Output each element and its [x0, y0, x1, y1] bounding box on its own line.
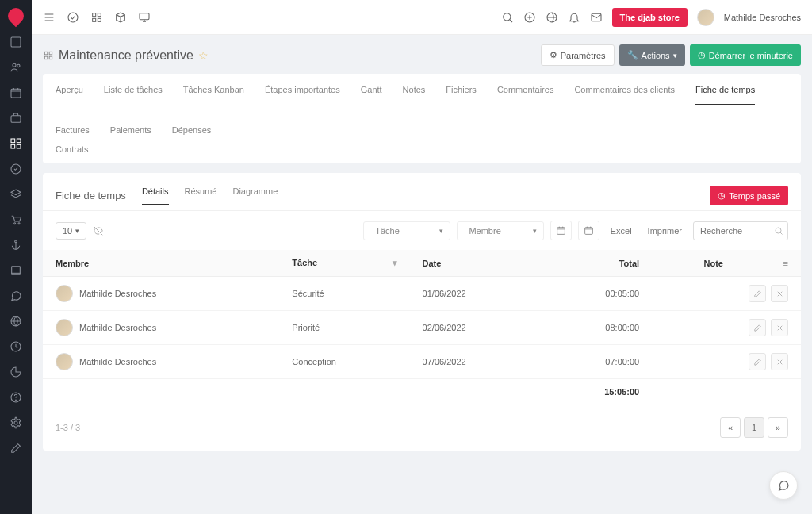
add-icon[interactable] — [523, 11, 536, 24]
pager-current[interactable]: 1 — [744, 417, 764, 438]
delete-row-button[interactable] — [771, 319, 788, 336]
time-spent-button[interactable]: ◷ Temps passé — [710, 186, 788, 205]
tab-overview[interactable]: Aperçu — [56, 85, 83, 105]
page-title: Maintenance préventive — [59, 48, 193, 63]
tab-comments[interactable]: Commentaires — [497, 85, 554, 105]
member-filter-label: - Membre - — [464, 226, 507, 236]
task-filter-label: - Tâche - — [370, 226, 405, 236]
start-timer-label: Démarrer le minuterie — [709, 51, 793, 60]
nav-team-icon[interactable] — [9, 60, 23, 75]
delete-row-button[interactable] — [771, 353, 788, 370]
table-row: Mathilde Desroches Priorité 02/06/2022 0… — [43, 311, 801, 345]
col-note[interactable]: Note — [652, 250, 736, 277]
check-circle-icon[interactable] — [67, 11, 79, 24]
tab-files[interactable]: Fichiers — [446, 85, 477, 105]
svg-point-1 — [13, 63, 16, 67]
page-size-value: 10 — [63, 226, 72, 236]
bell-icon[interactable] — [568, 11, 580, 24]
tab-payments[interactable]: Paiements — [110, 125, 151, 144]
tab-client-comments[interactable]: Commentaires des clients — [574, 85, 675, 105]
pager-next[interactable]: » — [768, 417, 788, 438]
edit-row-button[interactable] — [749, 353, 766, 370]
col-options-icon[interactable]: ≡ — [736, 250, 801, 277]
tab-contracts[interactable]: Contrats — [56, 144, 89, 163]
tab-kanban[interactable]: Tâches Kanban — [183, 85, 244, 105]
monitor-icon[interactable] — [138, 11, 151, 24]
nav-anchor-icon[interactable] — [9, 238, 23, 252]
pager-prev[interactable]: « — [720, 417, 741, 438]
nav-cart-icon[interactable] — [9, 213, 23, 227]
col-task-label: Tâche — [292, 258, 317, 267]
search-icon[interactable] — [501, 11, 514, 24]
chevron-down-icon: ▾ — [75, 227, 79, 235]
grid-icon[interactable] — [90, 11, 103, 24]
subtab-summary[interactable]: Résumé — [185, 186, 217, 205]
sub-tabs: Détails Résumé Diagramme — [142, 186, 278, 205]
svg-rect-0 — [11, 37, 21, 47]
tab-task-list[interactable]: Liste de tâches — [104, 85, 163, 105]
tab-gantt[interactable]: Gantt — [361, 85, 382, 105]
section-title: Fiche de temps — [56, 190, 126, 201]
nav-dashboard-icon[interactable] — [9, 35, 23, 49]
nav-layers-icon[interactable] — [9, 187, 23, 201]
tab-expenses[interactable]: Dépenses — [172, 125, 212, 144]
timesheet-card: Fiche de temps Détails Résumé Diagramme … — [43, 173, 801, 451]
language-icon[interactable] — [546, 11, 558, 24]
page-size-select[interactable]: 10▾ — [56, 222, 86, 240]
col-task[interactable]: Tâche ▾ — [279, 250, 409, 277]
nav-reports-icon[interactable] — [9, 365, 23, 379]
visibility-toggle-icon[interactable] — [93, 225, 104, 236]
svg-rect-31 — [44, 56, 48, 59]
col-date[interactable]: Date — [410, 250, 539, 277]
hamburger-icon[interactable] — [43, 11, 56, 24]
user-avatar[interactable] — [697, 9, 714, 26]
date-start-picker[interactable] — [550, 221, 572, 240]
col-member[interactable]: Membre — [43, 250, 279, 277]
svg-point-10 — [14, 223, 16, 224]
nav-book-icon[interactable] — [9, 263, 23, 278]
nav-globe-icon[interactable] — [9, 314, 23, 328]
svg-rect-33 — [557, 228, 565, 235]
subtab-details[interactable]: Détails — [142, 186, 169, 205]
member-filter-select[interactable]: - Membre -▾ — [457, 221, 544, 240]
date-end-picker[interactable] — [578, 221, 599, 240]
params-button[interactable]: ⚙ Paramètres — [541, 44, 615, 66]
nav-help-icon[interactable] — [9, 390, 23, 405]
row-avatar — [56, 319, 73, 336]
edit-row-button[interactable] — [749, 319, 766, 336]
nav-tasks-icon[interactable] — [9, 162, 23, 176]
start-timer-button[interactable]: ◷ Démarrer le minuterie — [690, 44, 801, 66]
delete-row-button[interactable] — [771, 285, 788, 302]
svg-rect-34 — [584, 228, 592, 235]
help-fab[interactable] — [769, 471, 798, 500]
box-icon[interactable] — [114, 11, 127, 24]
nav-inbox-icon[interactable] — [9, 339, 23, 354]
svg-point-25 — [503, 13, 510, 20]
favorite-star-icon[interactable]: ☆ — [198, 49, 209, 62]
nav-edit-icon[interactable] — [9, 441, 23, 455]
tab-invoices[interactable]: Factures — [56, 125, 90, 144]
actions-dropdown[interactable]: 🔧 Actions ▾ — [619, 44, 685, 66]
task-filter-select[interactable]: - Tâche -▾ — [363, 221, 450, 240]
tab-notes[interactable]: Notes — [403, 85, 426, 105]
topbar: The djab store Mathilde Desroches — [32, 0, 812, 35]
project-tabs: Aperçu Liste de tâches Tâches Kanban Éta… — [43, 74, 801, 144]
svg-rect-21 — [98, 13, 101, 16]
print-button[interactable]: Imprimer — [643, 223, 687, 239]
sort-desc-icon[interactable]: ▾ — [393, 258, 397, 268]
tab-timesheet[interactable]: Fiche de temps — [695, 85, 755, 105]
export-excel-button[interactable]: Excel — [606, 223, 637, 239]
edit-row-button[interactable] — [749, 285, 766, 302]
nav-chat-icon[interactable] — [9, 289, 23, 303]
col-total[interactable]: Total — [539, 250, 652, 277]
subtab-diagram[interactable]: Diagramme — [232, 186, 278, 205]
nav-briefcase-icon[interactable] — [9, 111, 23, 125]
row-task: Priorité — [279, 311, 409, 345]
row-date: 02/06/2022 — [410, 311, 539, 345]
tab-milestones[interactable]: Étapes importantes — [265, 85, 340, 105]
nav-settings-icon[interactable] — [9, 416, 23, 430]
store-button[interactable]: The djab store — [612, 8, 688, 27]
nav-projects-icon[interactable] — [9, 136, 23, 151]
mail-icon[interactable] — [590, 11, 603, 24]
nav-calendar-icon[interactable] — [9, 86, 23, 100]
